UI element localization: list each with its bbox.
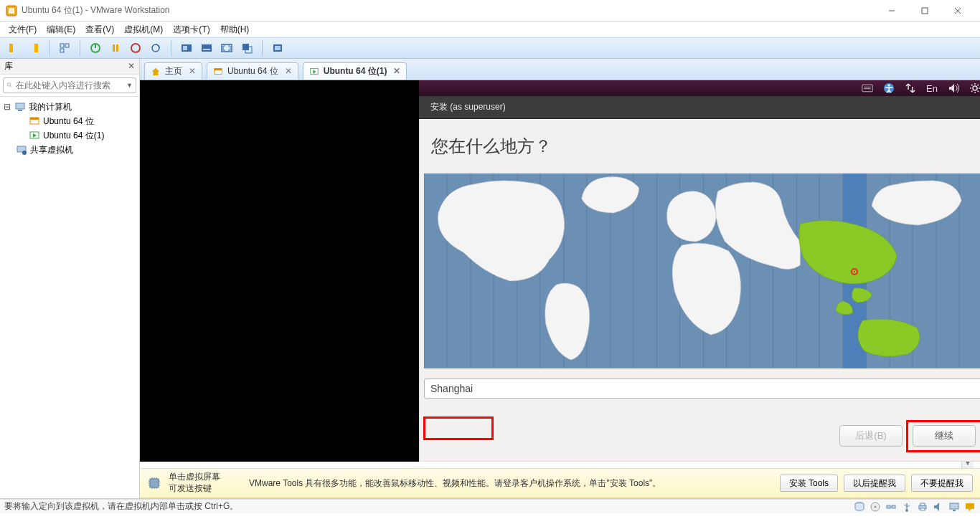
toolbar-snapshot[interactable] [148,40,164,56]
tools-hint-bar: 单击虚拟屏幕 可发送按键 VMware Tools 具有很多功能，能改善鼠标移动… [140,468,980,498]
library-tree: ⊟ 我的计算机 Ubuntu 64 位 Ubuntu 64 位(1) 共享虚拟机 [0,97,139,498]
remind-later-button[interactable]: 以后提醒我 [844,475,905,492]
menu-vm[interactable]: 虚拟机(M) [124,24,163,36]
menu-file[interactable]: 文件(F) [9,24,37,36]
svg-rect-98 [887,505,890,508]
svg-rect-13 [113,44,115,52]
status-sound-icon[interactable] [933,501,944,513]
keyboard-icon[interactable] [862,82,873,94]
status-printer-icon[interactable] [917,501,928,513]
vm-running-icon [29,130,40,141]
maximize-button[interactable] [908,0,941,22]
hint-message: VMware Tools 具有很多功能，能改善鼠标移动性、视频和性能。请登录客户… [249,477,661,490]
svg-line-54 [971,91,973,92]
tab-ubuntu-1-close[interactable]: ✕ [393,66,400,77]
svg-rect-104 [920,503,925,505]
install-tools-button[interactable]: 安装 Tools [780,475,838,492]
status-text: 要将输入定向到该虚拟机，请在虚拟机内部单击或按 Ctrl+G。 [4,500,238,513]
toolbar-thumbnails[interactable] [57,40,72,56]
installer-titlebar: 安装 (as superuser) [419,96,980,119]
status-display-icon[interactable] [948,501,960,513]
shared-icon [16,144,27,156]
svg-point-97 [874,505,876,508]
svg-rect-9 [65,44,69,47]
svg-rect-7 [34,44,38,52]
guest-top-panel: En [419,80,980,96]
search-icon [6,80,13,90]
close-button[interactable] [941,0,974,22]
tab-home[interactable]: 主页 ✕ [144,62,202,80]
toolbar-suspend[interactable] [108,40,123,56]
toolbar-fullscreen[interactable] [219,40,235,56]
computer-icon [14,101,26,113]
hint-click-text: 单击虚拟屏幕 可发送按键 [169,472,220,494]
status-message-icon[interactable] [964,501,976,513]
toolbar-console-1[interactable] [179,40,194,56]
back-button[interactable]: 后退(B) [839,425,903,447]
menu-help[interactable]: 帮助(H) [220,24,250,36]
svg-point-26 [7,83,11,87]
library-search[interactable]: ▼ [3,77,136,93]
tab-ubuntu-1[interactable]: Ubuntu 64 位(1) ✕ [303,62,407,80]
svg-rect-31 [30,118,39,120]
timezone-map[interactable] [424,173,980,368]
status-cd-icon[interactable] [870,501,881,513]
tree-vm-ubuntu-1[interactable]: Ubuntu 64 位(1) [0,128,139,143]
vm-running-tab-icon [309,67,319,77]
svg-point-35 [22,151,27,155]
menu-edit[interactable]: 编辑(E) [47,24,75,36]
timezone-input[interactable] [424,378,980,399]
settings-gear-icon[interactable] [969,82,980,94]
installer-body: 您在什么地方？ [419,119,980,462]
menu-tabs[interactable]: 选项卡(T) [173,24,209,36]
svg-rect-3 [922,8,928,14]
svg-rect-18 [183,46,187,50]
continue-button[interactable]: 继续 [913,425,976,447]
toolbar-console-2[interactable] [199,40,215,56]
svg-rect-105 [920,508,925,510]
menu-view[interactable]: 查看(V) [85,24,114,36]
toolbar-library-right[interactable] [26,40,42,56]
toolbar-library-left[interactable] [6,40,22,56]
network-icon[interactable] [905,82,916,94]
annotation-highlight-timezone [423,416,494,440]
svg-rect-29 [18,110,22,111]
library-close[interactable]: ✕ [128,61,135,72]
svg-point-15 [131,44,140,52]
toolbar-power-on[interactable] [88,40,103,56]
toolbar-power-off[interactable] [128,40,143,56]
input-language[interactable]: En [926,83,938,94]
tab-home-close[interactable]: ✕ [189,66,196,77]
svg-rect-28 [16,103,24,109]
svg-marker-110 [969,509,971,511]
library-search-input[interactable] [16,80,123,90]
toolbar-unity[interactable] [239,40,255,56]
tab-ubuntu[interactable]: Ubuntu 64 位 ✕ [207,62,298,80]
main-toolbar [0,37,980,59]
svg-rect-25 [275,46,281,50]
status-usb-icon[interactable] [901,501,913,513]
tree-shared-vms[interactable]: 共享虚拟机 [0,143,139,157]
svg-rect-6 [9,44,13,52]
sound-icon[interactable] [948,82,959,94]
svg-line-27 [10,86,11,87]
status-disk-icon[interactable] [854,501,865,513]
tree-my-computer[interactable]: ⊟ 我的计算机 [0,100,139,114]
status-bar: 要将输入定向到该虚拟机，请在虚拟机内部单击或按 Ctrl+G。 [0,499,980,513]
accessibility-icon[interactable] [883,82,895,94]
vm-tab-icon [213,67,223,77]
app-icon [6,5,17,16]
svg-rect-1 [9,8,14,14]
guest-display[interactable]: En 安装 (as superuser) 您在什么地方？ [140,80,961,462]
svg-rect-8 [60,44,64,47]
minimize-button[interactable] [875,0,908,22]
toolbar-roll[interactable] [270,40,286,56]
svg-marker-36 [152,67,160,75]
tab-ubuntu-close[interactable]: ✕ [285,66,292,77]
svg-rect-14 [116,44,118,52]
never-remind-button[interactable]: 不要提醒我 [911,475,973,492]
tree-vm-ubuntu[interactable]: Ubuntu 64 位 [0,114,139,128]
svg-line-55 [978,85,979,86]
search-dropdown-icon[interactable]: ▼ [126,82,133,89]
status-net-icon[interactable] [885,501,897,513]
